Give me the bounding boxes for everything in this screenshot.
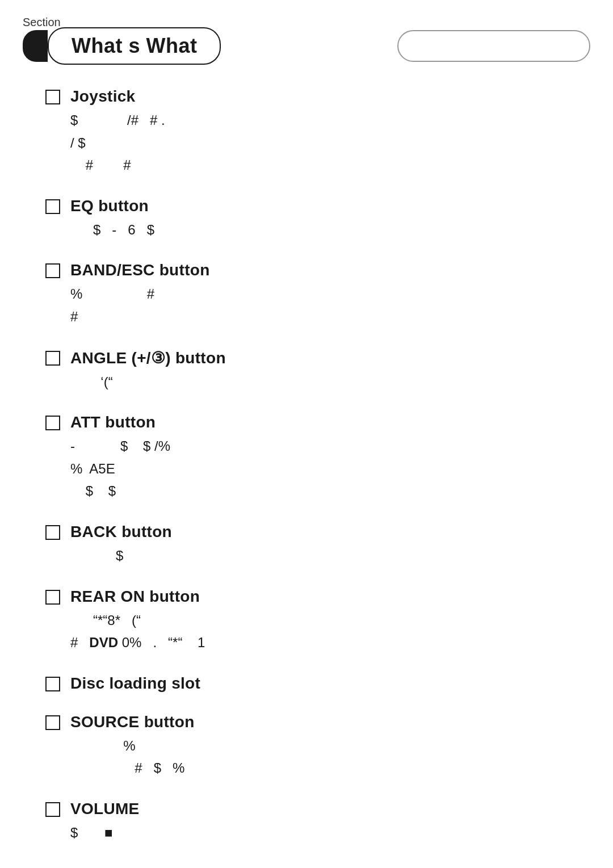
bullet-icon-eq-button [45, 199, 60, 214]
entry-header-eq-button: EQ button [45, 197, 579, 215]
title-area: What s What [23, 27, 221, 65]
page-title: What s What [48, 27, 221, 65]
entry-rear-on-button: REAR ON button “*“8* (“# DVD 0% . “*“ 1 [45, 588, 579, 654]
entry-body-volume: $ ■ [70, 821, 579, 844]
entry-line: # [70, 305, 579, 328]
entry-line: # $ % [70, 757, 579, 779]
entry-body-rear-on-button: “*“8* (“# DVD 0% . “*“ 1 [70, 609, 579, 654]
entry-title-source-button: SOURCE button [70, 713, 195, 731]
entry-line: % A5E [70, 458, 579, 480]
entry-header-band-esc-button: BAND/ESC button [45, 261, 579, 279]
entry-line: $ - 6 $ [70, 219, 579, 241]
entry-title-disc-loading-slot: Disc loading slot [70, 674, 200, 693]
entry-header-angle-button: ANGLE (+/③) button [45, 349, 579, 367]
entry-line: $ $ [70, 480, 579, 502]
entry-line: # # [70, 154, 579, 177]
entry-line: $ ■ [70, 821, 579, 844]
entry-disc-loading-slot: Disc loading slot [45, 674, 579, 693]
entry-header-disc-loading-slot: Disc loading slot [45, 674, 579, 693]
entry-line: $ [70, 544, 579, 567]
entry-header-back-button: BACK button [45, 523, 579, 541]
entry-line: “*“8* (“ [70, 609, 579, 632]
entry-body-source-button: % # $ % [70, 735, 579, 779]
entry-source-button: SOURCE button % # $ % [45, 713, 579, 779]
entry-title-angle-button: ANGLE (+/③) button [70, 349, 226, 367]
entry-title-band-esc-button: BAND/ESC button [70, 261, 210, 279]
section-label: Section [23, 16, 61, 29]
entry-title-rear-on-button: REAR ON button [70, 588, 200, 606]
black-tab [23, 30, 48, 62]
bullet-icon-angle-button [45, 351, 60, 366]
entry-back-button: BACK button $ [45, 523, 579, 567]
bullet-icon-disc-loading-slot [45, 677, 60, 691]
entry-title-att-button: ATT button [70, 413, 156, 431]
entry-title-eq-button: EQ button [70, 197, 149, 215]
bullet-icon-joystick [45, 90, 60, 104]
entry-line: - $ $ /% [70, 435, 579, 458]
bullet-icon-back-button [45, 525, 60, 540]
bullet-icon-source-button [45, 715, 60, 730]
entry-body-eq-button: $ - 6 $ [70, 219, 579, 241]
entry-joystick: Joystick$ /# # ./ $ # # [45, 87, 579, 177]
bullet-icon-att-button [45, 416, 60, 430]
entry-header-source-button: SOURCE button [45, 713, 579, 731]
entry-body-att-button: - $ $ /%% A5E $ $ [70, 435, 579, 502]
entry-line: / $ [70, 132, 579, 154]
entry-body-back-button: $ [70, 544, 579, 567]
entry-header-joystick: Joystick [45, 87, 579, 106]
entry-line: % [70, 735, 579, 757]
right-pill [397, 30, 590, 62]
entry-line: # DVD 0% . “*“ 1 [70, 631, 579, 654]
main-content: Joystick$ /# # ./ $ # #EQ button $ - 6 $… [0, 70, 613, 868]
entry-att-button: ATT button- $ $ /%% A5E $ $ [45, 413, 579, 502]
bullet-icon-band-esc-button [45, 263, 60, 278]
entry-title-volume: VOLUME [70, 800, 140, 818]
entry-body-joystick: $ /# # ./ $ # # [70, 109, 579, 177]
entry-header-volume: VOLUME [45, 800, 579, 818]
entry-eq-button: EQ button $ - 6 $ [45, 197, 579, 241]
entry-title-joystick: Joystick [70, 87, 135, 106]
entry-line: $ /# # . [70, 109, 579, 132]
entry-header-att-button: ATT button [45, 413, 579, 431]
entry-header-rear-on-button: REAR ON button [45, 588, 579, 606]
header-right [243, 30, 590, 62]
entry-body-angle-button: ‘(“ [70, 371, 579, 393]
bullet-icon-rear-on-button [45, 590, 60, 605]
entry-volume: VOLUME$ ■ [45, 800, 579, 844]
entry-title-back-button: BACK button [70, 523, 172, 541]
entry-band-esc-button: BAND/ESC button% ## [45, 261, 579, 328]
entry-line: ‘(“ [70, 371, 579, 393]
entry-line: % # [70, 283, 579, 305]
entry-body-band-esc-button: % ## [70, 283, 579, 328]
page-header: What s What [0, 0, 613, 70]
bullet-icon-volume [45, 802, 60, 817]
entry-angle-button: ANGLE (+/③) button ‘(“ [45, 349, 579, 393]
